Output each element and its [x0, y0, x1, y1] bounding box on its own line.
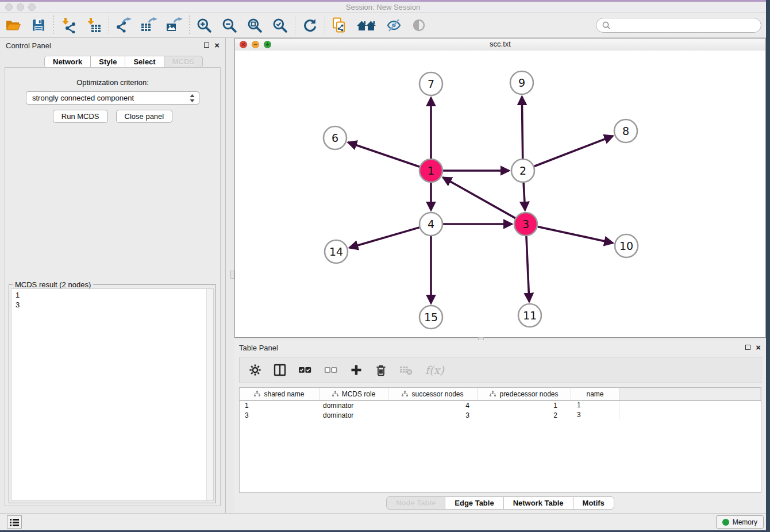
mcds-result-area[interactable]: 13: [11, 288, 214, 501]
graph-edge-1-6[interactable]: [348, 142, 419, 167]
column-header-label: shared name: [264, 390, 304, 398]
select-all-icon[interactable]: [298, 361, 312, 379]
task-history-button[interactable]: [7, 515, 22, 529]
column-header-mcds-role[interactable]: MCDS role: [319, 388, 388, 400]
mcds-tab-content: Optimization criterion: strongly connect…: [5, 67, 221, 506]
table-cell[interactable]: 3: [571, 410, 619, 420]
float-table-panel-icon[interactable]: [745, 345, 750, 350]
table-cell[interactable]: 3: [240, 411, 319, 419]
graph-edge-3-11[interactable]: [526, 236, 529, 302]
sort-tree-icon: [402, 391, 408, 397]
control-panel: Control Panel × NetworkStyleSelectMCDS O…: [0, 38, 226, 513]
table-cell[interactable]: 1: [571, 400, 619, 410]
mcds-result-title: MCDS result (2 nodes): [13, 280, 93, 289]
graph-edge-4-14[interactable]: [349, 228, 419, 248]
column-header-shared-name[interactable]: shared name: [240, 388, 319, 400]
column-header-successor-nodes[interactable]: successor nodes: [388, 388, 478, 400]
float-panel-icon[interactable]: [204, 43, 209, 48]
table-cell[interactable]: 1: [478, 402, 571, 410]
tab-node-table[interactable]: Node Table: [386, 496, 445, 510]
graph-node-label: 6: [332, 132, 338, 144]
app-window: Session: New Session: [0, 0, 766, 530]
run-mcds-button[interactable]: Run MCDS: [53, 110, 108, 123]
export-table-icon[interactable]: [140, 17, 157, 34]
delete-column-icon[interactable]: [375, 361, 387, 379]
sort-tree-icon: [254, 391, 260, 397]
column-header-label: name: [586, 390, 603, 398]
table-header-row: shared nameMCDS rolesuccessor nodesprede…: [240, 388, 761, 400]
sort-tree-icon: [332, 391, 338, 397]
zoom-in-icon[interactable]: [195, 17, 213, 34]
open-session-icon[interactable]: [5, 17, 22, 34]
table-cell[interactable]: dominator: [319, 402, 388, 410]
graph-edge-3-10[interactable]: [538, 226, 613, 242]
table-cell[interactable]: dominator: [319, 411, 388, 419]
delete-table-icon: [399, 361, 413, 379]
import-table-icon[interactable]: [85, 17, 102, 34]
tab-network-table[interactable]: Network Table: [503, 496, 573, 510]
refresh-icon[interactable]: [301, 17, 318, 34]
clone-network-icon[interactable]: [331, 17, 348, 34]
table-row[interactable]: 1dominator411: [240, 400, 761, 410]
search-input[interactable]: [614, 21, 761, 30]
mcds-result-line: 3: [16, 300, 209, 310]
mcds-result-box: MCDS result (2 nodes) 13: [9, 284, 216, 503]
tab-select[interactable]: Select: [125, 56, 164, 68]
graph-node-label: 7: [428, 78, 434, 90]
table-cell[interactable]: 3: [388, 411, 478, 419]
column-header-name[interactable]: name: [571, 388, 619, 400]
table-cell[interactable]: 2: [478, 411, 571, 419]
column-layout-icon[interactable]: [274, 361, 286, 379]
table-cell[interactable]: 4: [388, 402, 478, 410]
zoom-out-icon[interactable]: [221, 17, 238, 34]
graph-node-label: 2: [519, 164, 526, 177]
graph-node-label: 9: [518, 76, 525, 89]
network-canvas[interactable]: 7968124314101511: [235, 51, 765, 337]
graph-edge-2-9[interactable]: [522, 97, 522, 159]
memory-button[interactable]: Memory: [716, 515, 764, 529]
tab-mcds[interactable]: MCDS: [164, 56, 203, 68]
graph-node-label: 8: [622, 125, 629, 137]
table-toolbar: f(x): [239, 357, 761, 383]
show-all-icon[interactable]: [410, 17, 428, 34]
table-panel-title: Table Panel: [239, 344, 278, 352]
tab-network[interactable]: Network: [44, 56, 91, 68]
tab-motifs[interactable]: Motifs: [573, 496, 614, 510]
result-scrollbar[interactable]: [206, 289, 213, 500]
column-header-predecessor-nodes[interactable]: predecessor nodes: [478, 388, 571, 400]
close-table-panel-icon[interactable]: ×: [756, 344, 761, 350]
graph-edge-2-8[interactable]: [534, 136, 613, 167]
column-header-label: predecessor nodes: [499, 390, 558, 398]
create-column-icon[interactable]: [350, 361, 363, 379]
header-filler: [619, 388, 761, 400]
zoom-fit-icon[interactable]: [246, 17, 263, 34]
node-table: shared nameMCDS rolesuccessor nodesprede…: [239, 387, 761, 493]
import-network-icon[interactable]: [60, 17, 77, 34]
control-panel-title: Control Panel: [6, 41, 51, 50]
optimization-criterion-select[interactable]: strongly connected component: [26, 91, 199, 105]
vertical-split-grip[interactable]: [230, 271, 234, 279]
tab-edge-table[interactable]: Edge Table: [445, 496, 503, 510]
table-settings-icon[interactable]: [249, 361, 261, 379]
table-row[interactable]: 3dominator323: [240, 410, 761, 420]
graph-node-label: 3: [522, 218, 529, 230]
zoom-selected-icon[interactable]: [271, 17, 288, 34]
column-header-label: MCDS role: [342, 390, 376, 398]
tab-style[interactable]: Style: [90, 56, 125, 68]
column-header-label: successor nodes: [411, 390, 463, 398]
graph-edge-2-3[interactable]: [523, 183, 525, 210]
close-panel-icon[interactable]: ×: [214, 42, 220, 48]
deselect-all-icon[interactable]: [324, 361, 338, 379]
graph-node-label: 15: [424, 311, 438, 323]
optimization-criterion-label: Optimization criterion:: [5, 78, 220, 87]
save-session-icon[interactable]: [30, 17, 47, 34]
close-panel-button[interactable]: Close panel: [116, 110, 173, 123]
toolbar-separator: [188, 16, 190, 35]
table-cell[interactable]: 1: [240, 402, 319, 410]
graph-edge-3-1[interactable]: [443, 178, 515, 218]
export-image-icon[interactable]: [165, 17, 183, 34]
hide-selected-icon[interactable]: [385, 17, 402, 34]
search-box[interactable]: [596, 18, 761, 33]
export-network-icon[interactable]: [115, 17, 132, 34]
first-neighbors-icon[interactable]: [356, 17, 377, 34]
